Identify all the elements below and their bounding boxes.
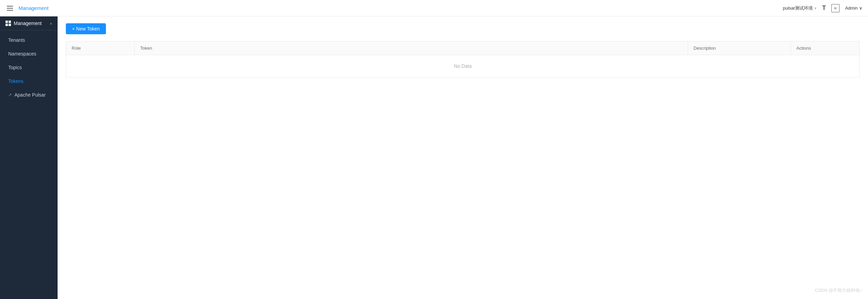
header-right: pulsar测试环境 ∨ T A² Admin ∨ — [783, 4, 863, 12]
new-token-button[interactable]: + New Token — [66, 23, 106, 34]
sidebar-item-namespaces[interactable]: Namespaces — [0, 47, 58, 61]
grid-icon — [5, 21, 11, 26]
sidebar-item-tokens[interactable]: Tokens — [0, 74, 58, 88]
sidebar: Management ∧ Tenants Namespaces Topics T… — [0, 16, 58, 299]
sidebar-item-apache-pulsar[interactable]: ↗ Apache Pulsar — [0, 88, 58, 102]
sidebar-logo-text: Management — [14, 21, 42, 26]
external-link-icon: ↗ — [8, 92, 12, 97]
env-chevron-icon: ∨ — [814, 6, 817, 10]
sidebar-item-apache-pulsar-label: Apache Pulsar — [14, 92, 46, 98]
tokens-table: Role Token Description Actions No Data — [66, 41, 860, 77]
col-actions: Actions — [791, 41, 859, 55]
header-title: Management — [19, 5, 49, 11]
no-data-message: No Data — [66, 55, 859, 77]
admin-chevron-icon: ∨ — [859, 5, 863, 11]
header: Management pulsar测试环境 ∨ T A² Admin ∨ — [0, 0, 868, 16]
sidebar-item-namespaces-label: Namespaces — [8, 51, 36, 57]
main-content: + New Token Role Token Description Actio… — [58, 16, 868, 299]
sidebar-logo-chevron: ∧ — [50, 22, 52, 25]
table-body: No Data — [66, 55, 859, 77]
font-size-icon[interactable]: T — [822, 4, 826, 12]
table-header: Role Token Description Actions — [66, 41, 859, 55]
admin-selector[interactable]: Admin ∨ — [845, 5, 863, 11]
col-token: Token — [135, 41, 688, 55]
hamburger-icon[interactable] — [5, 4, 14, 12]
sidebar-item-tokens-label: Tokens — [8, 78, 23, 84]
translate-icon[interactable]: A² — [831, 4, 840, 12]
col-description: Description — [688, 41, 791, 55]
sidebar-nav: Tenants Namespaces Topics Tokens ↗ Apach… — [0, 30, 58, 299]
sidebar-item-tenants[interactable]: Tenants — [0, 33, 58, 47]
sidebar-logo: Management ∧ — [0, 16, 58, 30]
env-label: pulsar测试环境 — [783, 5, 813, 11]
sidebar-item-topics[interactable]: Topics — [0, 61, 58, 74]
layout: Management ∧ Tenants Namespaces Topics T… — [0, 16, 868, 299]
env-selector[interactable]: pulsar测试环境 ∨ — [783, 5, 817, 11]
col-role: Role — [66, 41, 135, 55]
sidebar-item-topics-label: Topics — [8, 65, 22, 70]
admin-label: Admin — [845, 5, 858, 11]
header-left: Management — [5, 4, 49, 12]
new-token-button-label: + New Token — [72, 26, 100, 32]
sidebar-item-tenants-label: Tenants — [8, 37, 25, 43]
